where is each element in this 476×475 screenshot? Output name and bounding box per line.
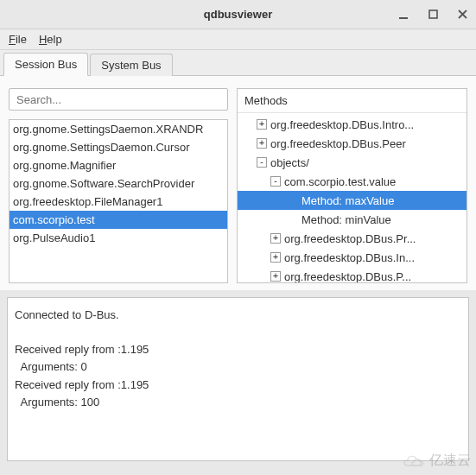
tree-row[interactable]: +org.freedesktop.DBus.In... <box>238 248 466 267</box>
minimize-button[interactable] <box>397 8 410 22</box>
tab-system-bus[interactable]: System Bus <box>90 54 172 76</box>
service-item[interactable]: org.gnome.SettingsDaemon.Cursor <box>10 138 227 156</box>
menu-bar: File Help <box>0 29 476 50</box>
tree-row[interactable]: +org.freedesktop.DBus.Peer <box>238 134 466 153</box>
expand-icon[interactable]: + <box>257 119 267 130</box>
tree-row[interactable]: +org.freedesktop.DBus.Pr... <box>238 229 466 248</box>
expand-icon[interactable]: + <box>270 233 281 244</box>
methods-pane: Methods +org.freedesktop.DBus.Intro...+o… <box>237 88 467 283</box>
tree-row[interactable]: +org.freedesktop.DBus.Intro... <box>238 115 466 134</box>
service-item[interactable]: org.gnome.SettingsDaemon.XRANDR <box>10 120 227 138</box>
tree-label: org.freedesktop.DBus.In... <box>284 251 415 264</box>
collapse-icon[interactable]: - <box>270 176 281 187</box>
service-item[interactable]: org.freedesktop.FileManager1 <box>10 193 227 211</box>
services-list[interactable]: org.gnome.SettingsDaemon.XRANDRorg.gnome… <box>9 119 228 283</box>
tree-label: org.freedesktop.DBus.P... <box>284 270 411 283</box>
service-item[interactable]: org.gnome.Software.SearchProvider <box>10 174 227 193</box>
expand-icon[interactable]: + <box>270 252 281 263</box>
log-pane[interactable]: Connected to D-Bus. Received reply from … <box>7 297 469 461</box>
window-title: qdbusviewer <box>204 8 272 21</box>
tree-row[interactable]: -com.scorpio.test.value <box>238 172 466 191</box>
service-item[interactable]: org.gnome.Magnifier <box>10 156 227 174</box>
methods-header: Methods <box>238 89 466 113</box>
tree-label: Method: maxValue <box>301 194 394 207</box>
tree-label: org.freedesktop.DBus.Pr... <box>284 232 416 245</box>
tree-row[interactable]: Method: minValue <box>238 210 466 229</box>
main-content: org.gnome.SettingsDaemon.XRANDRorg.gnome… <box>0 76 476 290</box>
tree-row[interactable]: -objects/ <box>238 153 466 172</box>
search-input[interactable] <box>9 88 228 111</box>
tree-label: Method: minValue <box>301 213 391 226</box>
tree-label: org.freedesktop.DBus.Peer <box>270 137 406 150</box>
service-item[interactable]: com.scorpio.test <box>10 211 227 229</box>
expand-icon[interactable]: + <box>270 271 281 282</box>
tree-label: com.scorpio.test.value <box>284 175 396 188</box>
tree-label: org.freedesktop.DBus.Intro... <box>270 118 414 131</box>
tab-bar: Session Bus System Bus <box>0 50 476 76</box>
svg-rect-1 <box>429 10 437 18</box>
close-button[interactable] <box>455 8 469 22</box>
expand-icon[interactable]: + <box>257 138 267 149</box>
title-bar: qdbusviewer <box>0 0 476 29</box>
service-item[interactable]: org.PulseAudio1 <box>10 229 227 247</box>
tree-label: objects/ <box>270 156 309 169</box>
window-controls <box>397 8 469 22</box>
methods-tree[interactable]: +org.freedesktop.DBus.Intro...+org.freed… <box>238 113 466 283</box>
tree-row[interactable]: Method: maxValue <box>238 191 466 210</box>
menu-file[interactable]: File <box>9 33 27 46</box>
menu-help[interactable]: Help <box>39 33 62 46</box>
maximize-button[interactable] <box>426 8 440 22</box>
collapse-icon[interactable]: - <box>257 157 267 168</box>
tree-row[interactable]: +org.freedesktop.DBus.P... <box>238 267 466 283</box>
left-pane: org.gnome.SettingsDaemon.XRANDRorg.gnome… <box>9 88 228 283</box>
tab-session-bus[interactable]: Session Bus <box>3 53 88 76</box>
